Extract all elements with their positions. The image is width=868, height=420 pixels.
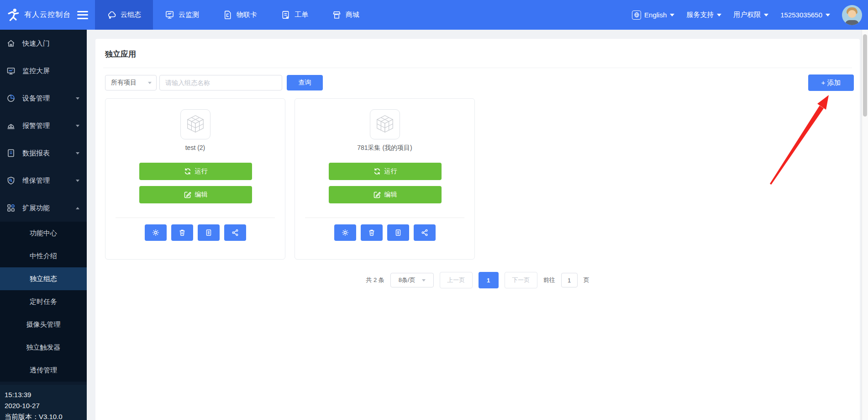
tab-work-order[interactable]: 工单 [269,0,320,30]
chevron-down-icon [670,14,674,16]
document-list-icon [205,229,212,236]
run-button[interactable]: 运行 [139,163,252,180]
content-panel: 独立应用 所有项目 查询 + 添加 test (2) [95,39,860,420]
tab-cloud-scada[interactable]: 云组态 [95,0,153,30]
chevron-down-icon [76,125,79,127]
settings-button[interactable] [145,224,167,241]
goto-page-input[interactable] [561,273,578,287]
delete-button[interactable] [171,224,193,241]
tab-iot-sim[interactable]: 物联卡 [211,0,269,30]
clock-date: 2020-10-27 [5,400,87,411]
permission-label: 用户权限 [733,11,761,19]
submenu-item-passthrough-mgmt[interactable]: 透传管理 [0,359,87,382]
tab-label: 商城 [346,11,359,19]
sidebar-item-extensions[interactable]: 扩展功能 [0,194,87,222]
avatar[interactable] [842,5,862,25]
pie-chart-icon [6,94,16,103]
submenu-label: 中性介绍 [30,252,57,261]
card-action-row [295,224,474,241]
project-filter-select[interactable]: 所有项目 [105,75,157,90]
topbar: 有人云控制台 云组态 云监测 [0,0,868,30]
sidebar-item-data-report[interactable]: 数据报表 [0,139,87,167]
detail-list-button[interactable] [387,224,409,241]
document-list-icon [395,229,402,236]
submenu-label: 独立组态 [30,275,57,283]
search-input[interactable] [159,75,282,90]
submenu-item-standalone-trigger[interactable]: 独立触发器 [0,336,87,359]
sidebar-item-quick-start[interactable]: 快速入门 [0,30,87,57]
app-name: test (2) [105,144,285,151]
share-button[interactable] [224,224,246,241]
page-title: 独立应用 [105,49,136,59]
menu-toggle-icon[interactable] [77,11,88,19]
divider [103,68,852,68]
sidebar-item-label: 维保管理 [22,176,76,185]
prev-page-button[interactable]: 上一页 [440,272,473,288]
sidebar-item-label: 报警管理 [22,122,76,130]
sidebar-item-alarm-mgmt[interactable]: 报警管理 [0,112,87,139]
support-dropdown[interactable]: 服务支持 [686,11,721,19]
total-count: 共 2 条 [366,276,384,284]
permission-dropdown[interactable]: 用户权限 [733,11,768,19]
app-cube-icon[interactable] [180,109,210,139]
app-cube-icon[interactable] [370,109,400,139]
pagination: 共 2 条 8条/页 上一页 1 下一页 前往 页 [95,272,860,288]
scrollbar-thumb[interactable] [863,34,867,117]
submenu-item-camera-mgmt[interactable]: 摄像头管理 [0,313,87,336]
share-icon [421,229,428,236]
brand-title: 有人云控制台 [24,10,71,20]
sidebar-footer: 15:13:39 2020-10-27 当前版本：V3.10.0 [0,385,87,420]
sidebar-item-maintenance[interactable]: 维保管理 [0,167,87,194]
work-order-icon [281,10,290,20]
delete-button[interactable] [361,224,383,241]
submenu-item-neutral-intro[interactable]: 中性介绍 [0,245,87,267]
cloud-icon [107,10,116,20]
shield-wrench-icon [6,176,16,185]
language-dropdown[interactable]: English [632,11,674,20]
app-window: 有人云控制台 云组态 云监测 [0,0,868,420]
edit-button[interactable]: 编辑 [329,186,442,203]
chevron-down-icon [148,82,152,84]
current-page[interactable]: 1 [479,272,499,288]
page-unit-label: 页 [584,276,589,284]
scrollbar-track[interactable] [862,30,868,420]
submenu-item-scheduled-tasks[interactable]: 定时任务 [0,290,87,313]
gear-icon [152,229,159,236]
sidebar-item-label: 扩展功能 [22,204,76,213]
edit-button[interactable]: 编辑 [139,186,252,203]
run-button[interactable]: 运行 [329,163,442,180]
submenu-label: 定时任务 [30,298,57,306]
chevron-down-icon [826,14,830,16]
sidebar-item-device-mgmt[interactable]: 设备管理 [0,85,87,112]
nav-tabs: 云组态 云监测 物联卡 [95,0,371,30]
divider [116,218,275,218]
search-button[interactable]: 查询 [287,75,323,90]
brand-zone: 有人云控制台 [0,0,95,30]
add-button[interactable]: + 添加 [808,74,854,91]
settings-button[interactable] [334,224,356,241]
sidebar-item-big-screen[interactable]: 监控大屏 [0,57,87,85]
chevron-down-icon [717,14,721,16]
next-page-button[interactable]: 下一页 [505,272,537,288]
page-size-select[interactable]: 8条/页 [390,273,434,287]
chevron-down-icon [76,152,79,154]
submenu-item-standalone-scada[interactable]: 独立组态 [0,267,87,290]
globe-icon [632,11,641,20]
trash-icon [368,229,375,236]
tab-cloud-monitor[interactable]: 云监测 [153,0,211,30]
sidebar-item-label: 快速入门 [22,39,79,48]
project-filter-value: 所有项目 [111,79,137,87]
sidebar-item-label: 监控大屏 [22,67,79,75]
version-label: 当前版本：V3.10.0 [5,411,87,420]
grid-icon [6,203,16,213]
detail-list-button[interactable] [198,224,220,241]
refresh-icon [184,168,191,175]
tab-mall[interactable]: 商城 [320,0,371,30]
gear-icon [342,229,349,236]
trash-icon [179,229,186,236]
share-button[interactable] [414,224,436,241]
submenu-item-function-center[interactable]: 功能中心 [0,222,87,245]
monitor-icon [165,10,174,20]
sidebar-item-label: 设备管理 [22,94,76,103]
account-dropdown[interactable]: 15253035650 [780,11,830,19]
